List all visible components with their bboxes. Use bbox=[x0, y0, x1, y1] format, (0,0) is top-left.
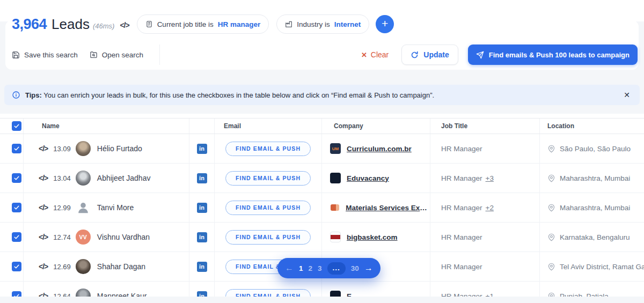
job-title: HR Manager bbox=[441, 263, 482, 271]
page-button-3[interactable]: 3 bbox=[318, 264, 322, 272]
location-pin-icon bbox=[547, 263, 555, 271]
previous-page-arrow-icon[interactable]: ← bbox=[285, 263, 294, 273]
linkedin-icon[interactable]: in bbox=[197, 173, 207, 183]
leads-label: Leads bbox=[52, 16, 90, 33]
tips-label: Tips: bbox=[25, 91, 42, 99]
row-checkbox[interactable] bbox=[12, 232, 21, 242]
tips-banner: Tips: You can enrich your leads in bulk,… bbox=[4, 85, 640, 105]
open-search-label: Open search bbox=[102, 51, 143, 59]
linkedin-icon[interactable]: in bbox=[197, 291, 207, 297]
linkedin-icon[interactable]: in bbox=[197, 203, 207, 213]
company-link[interactable]: Curriculum.com.br bbox=[347, 145, 412, 153]
job-title-extra[interactable]: +1 bbox=[486, 292, 494, 297]
table-header-row: Name Email Company Job Title Location bbox=[0, 118, 644, 134]
company-logo: UM bbox=[330, 143, 341, 154]
location-text: Karnataka, Bengaluru bbox=[560, 233, 630, 241]
find-email-push-button[interactable]: FIND EMAIL & PUSH bbox=[225, 142, 311, 156]
company-link[interactable]: E... bbox=[347, 292, 357, 297]
company-logo bbox=[330, 173, 341, 183]
job-title-badge-icon bbox=[145, 20, 153, 28]
code-icon[interactable]: </> bbox=[39, 233, 48, 241]
table-row: </> 13.09 Hélio Furtado in FIND EMAIL & … bbox=[0, 134, 644, 164]
column-header-name: Name bbox=[24, 119, 189, 134]
lead-score: 12.69 bbox=[53, 263, 71, 271]
lead-score: 12.99 bbox=[53, 204, 71, 212]
find-emails-push-campaign-button[interactable]: Find emails & Push 100 leads to campaign bbox=[468, 45, 638, 65]
location-text: São Paulo, São Paulo bbox=[560, 145, 631, 153]
lead-name: Abhijeet Jadhav bbox=[97, 174, 151, 182]
company-link[interactable]: Eduvacancy bbox=[347, 174, 389, 182]
location-pin-icon bbox=[547, 204, 555, 212]
page-button-1[interactable]: 1 bbox=[299, 264, 303, 272]
row-checkbox[interactable] bbox=[12, 173, 21, 183]
code-icon[interactable]: </> bbox=[39, 292, 48, 297]
company-logo bbox=[330, 291, 341, 297]
clear-x-icon: ✕ bbox=[361, 51, 367, 59]
avatar bbox=[76, 171, 91, 186]
linkedin-icon[interactable]: in bbox=[197, 262, 207, 272]
row-checkbox[interactable] bbox=[12, 203, 21, 212]
avatar bbox=[76, 289, 91, 297]
table-row: </> 12.99 Tanvi More in FIND EMAIL & PUS… bbox=[0, 193, 644, 223]
job-title-extra[interactable]: +2 bbox=[486, 204, 494, 212]
open-search-button[interactable]: Open search bbox=[90, 51, 143, 59]
row-checkbox[interactable] bbox=[12, 262, 21, 271]
table-row: </> 12.74 VV Vishnu Vardhan in FIND EMAI… bbox=[0, 223, 644, 252]
location-text: Maharashtra, Mumbai bbox=[560, 204, 630, 212]
clear-filters-button[interactable]: ✕ Clear bbox=[358, 50, 392, 60]
code-icon[interactable]: </> bbox=[39, 174, 48, 182]
location-pin-icon bbox=[547, 174, 555, 182]
row-checkbox[interactable] bbox=[12, 144, 21, 153]
job-title: HR Manager bbox=[441, 174, 482, 182]
next-page-arrow-icon[interactable]: → bbox=[364, 263, 373, 273]
row-checkbox[interactable] bbox=[12, 291, 21, 297]
find-email-push-button[interactable]: FIND EMAIL & PUSH bbox=[225, 201, 311, 215]
code-icon[interactable]: </> bbox=[39, 203, 48, 212]
lead-name: Manpreet Kaur bbox=[97, 292, 147, 297]
pagination: ← 1 2 3 ... 30 → bbox=[277, 258, 380, 278]
location-pin-icon bbox=[547, 233, 555, 241]
find-email-push-button[interactable]: FIND EMAIL & PUSH bbox=[225, 171, 311, 186]
job-title: HR Manager bbox=[441, 204, 482, 212]
job-title-extra[interactable]: +3 bbox=[486, 174, 494, 182]
company-link[interactable]: Materials Services Exch... bbox=[346, 204, 430, 212]
location-text: Tel Aviv District, Ramat Gan bbox=[560, 263, 644, 271]
find-email-push-button[interactable]: FIND EMAIL & PUSH bbox=[225, 230, 311, 245]
page-button-last[interactable]: 30 bbox=[351, 264, 359, 272]
lead-name: Shahar Dagan bbox=[97, 262, 145, 271]
lead-score: 13.09 bbox=[53, 145, 71, 153]
avatar bbox=[76, 259, 91, 274]
find-email-push-button[interactable]: FIND EMAIL & PUSH bbox=[225, 289, 311, 297]
tips-close-button[interactable]: ✕ bbox=[621, 90, 632, 100]
lead-name: Tanvi More bbox=[97, 203, 134, 212]
update-button[interactable]: Update bbox=[401, 45, 458, 65]
filter-chip-industry[interactable]: Industry is Internet bbox=[276, 14, 369, 34]
folder-search-icon bbox=[90, 51, 98, 59]
refresh-icon bbox=[411, 51, 419, 59]
pagination-ellipsis[interactable]: ... bbox=[327, 262, 346, 275]
query-latency: (46ms) bbox=[93, 22, 114, 30]
clear-label: Clear bbox=[371, 50, 389, 59]
select-all-checkbox[interactable] bbox=[12, 121, 21, 131]
code-icon[interactable]: </> bbox=[120, 21, 129, 29]
job-title: HR Manager bbox=[441, 233, 482, 241]
company-link[interactable]: bigbasket.com bbox=[347, 233, 398, 241]
column-header-company: Company bbox=[322, 119, 430, 134]
save-icon bbox=[12, 51, 20, 59]
person-icon bbox=[76, 201, 90, 215]
column-header-email: Email bbox=[215, 119, 322, 134]
page-button-2[interactable]: 2 bbox=[309, 264, 313, 272]
code-icon[interactable]: </> bbox=[39, 262, 48, 271]
filter-prefix: Industry is bbox=[297, 20, 330, 28]
linkedin-icon[interactable]: in bbox=[197, 144, 207, 154]
add-filter-button[interactable]: + bbox=[376, 15, 394, 33]
save-search-button[interactable]: Save this search bbox=[12, 51, 78, 59]
filter-chip-job-title[interactable]: Current job title is HR manager bbox=[137, 14, 269, 34]
linkedin-icon[interactable]: in bbox=[197, 232, 207, 242]
lead-score: 12.74 bbox=[53, 233, 71, 241]
update-label: Update bbox=[423, 50, 449, 59]
location-pin-icon bbox=[547, 292, 555, 297]
code-icon[interactable]: </> bbox=[39, 144, 48, 153]
filter-value: HR manager bbox=[218, 20, 261, 28]
filter-value: Internet bbox=[334, 20, 361, 28]
